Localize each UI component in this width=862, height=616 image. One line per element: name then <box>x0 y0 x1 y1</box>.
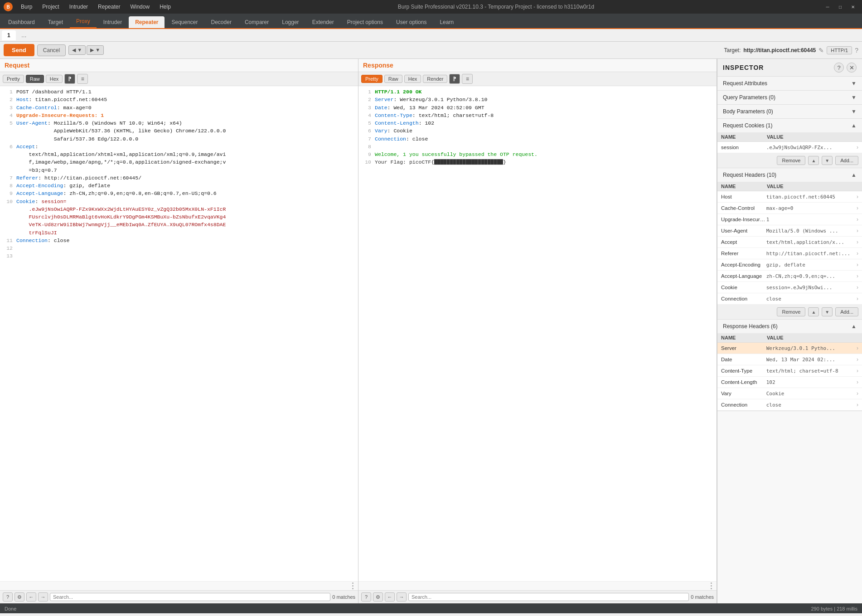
resp-header-server[interactable]: Server Werkzeug/3.0.1 Pytho... › <box>717 343 862 354</box>
menu-intruder[interactable]: Intruder <box>65 3 92 11</box>
resp-header-connection[interactable]: Connection close › <box>717 399 862 411</box>
req-format-icon[interactable]: ≡ <box>77 74 88 84</box>
req-pretty-btn[interactable]: Pretty <box>3 75 24 83</box>
close-button[interactable]: ✕ <box>847 3 858 11</box>
request-cookies-header[interactable]: Request Cookies (1) ▲ <box>717 119 862 132</box>
menu-help[interactable]: Help <box>155 3 175 11</box>
next-request-button[interactable]: ▶ ▼ <box>87 45 104 55</box>
tab-decoder[interactable]: Decoder <box>205 16 238 28</box>
request-headers-label: Request Headers (10) <box>723 172 776 178</box>
inspector-close-icon[interactable]: ✕ <box>847 63 857 73</box>
inspector-help-icon[interactable]: ? <box>834 63 844 73</box>
req-header-upgrade[interactable]: Upgrade-Insecure-Req... 1 › <box>717 214 862 225</box>
req-next-match-icon[interactable]: → <box>38 592 48 601</box>
request-matches: 0 matches <box>332 594 355 600</box>
response-title: Response <box>363 62 393 69</box>
inspector-body: Request Attributes ▼ Query Parameters (0… <box>717 77 862 603</box>
menu-burp[interactable]: Burp <box>16 3 37 11</box>
req-header-connection[interactable]: Connection close › <box>717 293 862 305</box>
resp-header-vary[interactable]: Vary Cookie › <box>717 388 862 399</box>
body-parameters-header[interactable]: Body Parameters (0) ▼ <box>717 105 862 118</box>
req-prev-match-icon[interactable]: ← <box>26 592 36 601</box>
req-header-cookie[interactable]: Cookie session=.eJw9jNsOwi... › <box>717 282 862 293</box>
resp-ln-btn[interactable]: ⁋ <box>449 74 460 84</box>
resp-line-9: 9 Welcome, 1 you sucessfully bypassed th… <box>358 150 717 158</box>
http-version-selector[interactable]: HTTP/1 <box>827 46 852 54</box>
window-controls: ─ □ ✕ <box>822 3 858 11</box>
req-headers-remove-btn[interactable]: Remove <box>777 307 805 316</box>
resp-render-btn[interactable]: Render <box>423 75 447 83</box>
tab-target[interactable]: Target <box>42 16 69 28</box>
req-headers-name-header: NAME <box>721 184 767 189</box>
menu-project[interactable]: Project <box>38 3 63 11</box>
request-search-input[interactable] <box>50 593 330 601</box>
req-header-accept[interactable]: Accept text/html,application/x... › <box>717 237 862 248</box>
request-cookie-row[interactable]: session .eJw9jNsOwiAQRP-FZx... › <box>717 142 862 153</box>
request-drag-handle[interactable] <box>350 582 355 589</box>
req-headers-add-btn[interactable]: Add... <box>835 307 858 316</box>
help-icon[interactable]: ? <box>855 47 858 54</box>
resp-next-match-icon[interactable]: → <box>397 592 407 601</box>
req-header-accept-encoding[interactable]: Accept-Encoding gzip, deflate › <box>717 259 862 271</box>
request-headers-content: NAME VALUE Host titan.picoctf.net:60445 … <box>717 182 862 319</box>
req-raw-btn[interactable]: Raw <box>26 75 44 83</box>
response-drag-handle[interactable] <box>709 582 714 589</box>
tab-dashboard[interactable]: Dashboard <box>2 16 41 28</box>
req-header-host[interactable]: Host titan.picoctf.net:60445 › <box>717 191 862 203</box>
req-header-user-agent[interactable]: User-Agent Mozilla/5.0 (Windows ... › <box>717 225 862 237</box>
resp-raw-btn[interactable]: Raw <box>384 75 402 83</box>
req-settings-icon[interactable]: ⚙ <box>15 592 24 601</box>
tab-repeater[interactable]: Repeater <box>129 16 165 28</box>
menu-window[interactable]: Window <box>126 3 154 11</box>
tab-sequencer[interactable]: Sequencer <box>165 16 204 28</box>
cookies-down-btn[interactable]: ▼ <box>822 156 833 165</box>
req-hex-btn[interactable]: Hex <box>46 75 63 83</box>
resp-header-date[interactable]: Date Wed, 13 Mar 2024 02:... › <box>717 354 862 365</box>
request-attributes-header[interactable]: Request Attributes ▼ <box>717 77 862 90</box>
tab-extender[interactable]: Extender <box>306 16 340 28</box>
query-parameters-header[interactable]: Query Parameters (0) ▼ <box>717 91 862 104</box>
request-toolbar: Pretty Raw Hex ⁋ ≡ <box>0 72 358 86</box>
response-code-area[interactable]: 1 HTTP/1.1 200 OK 2 Server: Werkzeug/3.0… <box>358 86 717 581</box>
cookies-up-btn[interactable]: ▲ <box>808 156 819 165</box>
resp-header-content-length[interactable]: Content-Length 102 › <box>717 377 862 388</box>
resp-help-icon[interactable]: ? <box>361 592 371 601</box>
cancel-button[interactable]: Cancel <box>37 44 66 56</box>
req-headers-down-btn[interactable]: ▼ <box>822 307 833 316</box>
req-headers-up-btn[interactable]: ▲ <box>808 307 819 316</box>
repeater-tab-more[interactable]: … <box>16 30 32 40</box>
resp-settings-icon[interactable]: ⚙ <box>373 592 383 601</box>
tab-learn[interactable]: Learn <box>433 16 460 28</box>
resp-hex-btn[interactable]: Hex <box>404 75 421 83</box>
request-code-area[interactable]: 1 POST /dashboard HTTP/1.1 2 Host: titan… <box>0 86 358 581</box>
req-header-cache-control[interactable]: Cache-Control max-age=0 › <box>717 203 862 214</box>
tab-proxy[interactable]: Proxy <box>70 15 97 28</box>
resp-pretty-btn[interactable]: Pretty <box>361 75 383 83</box>
tab-intruder[interactable]: Intruder <box>97 16 128 28</box>
cookies-add-btn[interactable]: Add... <box>835 156 858 165</box>
tab-comparer[interactable]: Comparer <box>238 16 275 28</box>
target-url: http://titan.picoctf.net:60445 <box>743 47 816 53</box>
menu-repeater[interactable]: Repeater <box>93 3 125 11</box>
maximize-button[interactable]: □ <box>835 3 846 11</box>
repeater-tab-1[interactable]: 1 <box>2 30 16 40</box>
req-header-accept-language[interactable]: Accept-Language zh-CN,zh;q=0.9,en;q=... … <box>717 271 862 282</box>
response-search-input[interactable] <box>408 593 689 601</box>
tab-logger[interactable]: Logger <box>276 16 305 28</box>
req-help-icon[interactable]: ? <box>3 592 13 601</box>
minimize-button[interactable]: ─ <box>822 3 833 11</box>
tab-user-options[interactable]: User options <box>390 16 433 28</box>
send-button[interactable]: Send <box>4 44 34 56</box>
resp-header-content-type[interactable]: Content-Type text/html; charset=utf-8 › <box>717 365 862 377</box>
prev-request-button[interactable]: ◀ ▼ <box>68 45 86 55</box>
tab-project-options[interactable]: Project options <box>341 16 389 28</box>
cookie-row-arrow[interactable]: › <box>857 144 858 150</box>
req-ln-btn[interactable]: ⁋ <box>64 74 75 84</box>
resp-prev-match-icon[interactable]: ← <box>385 592 395 601</box>
response-headers-header[interactable]: Response Headers (6) ▲ <box>717 320 862 333</box>
resp-format-icon[interactable]: ≡ <box>462 74 473 84</box>
req-header-referer[interactable]: Referer http://titan.picoctf.net:... › <box>717 248 862 259</box>
cookies-remove-btn[interactable]: Remove <box>777 156 805 165</box>
request-headers-header[interactable]: Request Headers (10) ▲ <box>717 168 862 182</box>
edit-target-icon[interactable]: ✎ <box>818 47 824 54</box>
